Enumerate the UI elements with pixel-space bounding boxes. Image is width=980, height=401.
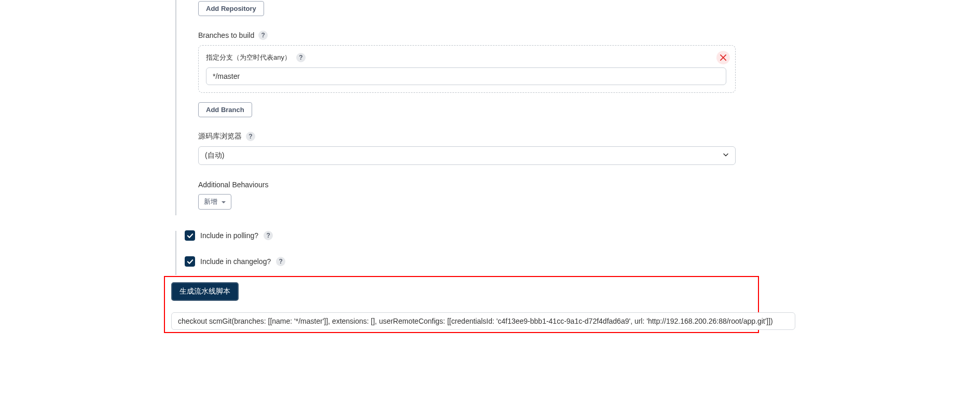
branch-specifier-input[interactable] [206,67,726,85]
help-icon[interactable]: ? [246,132,255,141]
check-icon [187,232,194,239]
help-icon[interactable]: ? [258,31,268,40]
additional-behaviours-text: Additional Behaviours [198,181,268,189]
include-changelog-row: Include in changelog? ? [185,256,980,267]
help-icon[interactable]: ? [276,257,285,266]
include-polling-label: Include in polling? [200,231,258,240]
pipeline-script-output[interactable] [171,312,795,330]
close-icon [720,54,726,61]
section-divider-line-2 [175,231,176,275]
help-icon[interactable]: ? [296,53,306,62]
include-changelog-checkbox[interactable] [185,256,195,267]
branches-to-build-text: Branches to build [198,31,254,39]
source-browser-text: 源码库浏览器 [198,132,242,141]
source-browser-label: 源码库浏览器 ? [198,132,980,141]
branches-to-build-label: Branches to build ? [198,31,980,40]
branch-specifier-text: 指定分支（为空时代表any） [206,53,291,62]
check-icon [187,258,194,265]
new-add-button[interactable]: 新增 [198,194,231,210]
help-icon[interactable]: ? [264,231,273,240]
include-polling-row: Include in polling? ? [185,230,980,241]
add-repository-button[interactable]: Add Repository [198,1,264,16]
generate-pipeline-script-button[interactable]: 生成流水线脚本 [171,282,239,301]
branch-specifier-label: 指定分支（为空时代表any） ? [206,53,728,62]
delete-branch-button[interactable] [716,51,730,64]
section-divider-line [175,0,176,215]
source-browser-select-wrap: (自动) [198,146,736,165]
highlighted-output-area: 生成流水线脚本 [164,276,759,333]
include-polling-checkbox[interactable] [185,230,195,241]
add-branch-button[interactable]: Add Branch [198,102,252,117]
source-browser-select[interactable]: (自动) [198,146,736,165]
additional-behaviours-label: Additional Behaviours [198,181,980,189]
caret-down-icon [222,201,226,203]
branch-entry-box: 指定分支（为空时代表any） ? [198,45,736,93]
include-changelog-label: Include in changelog? [200,257,271,266]
new-add-label: 新增 [204,198,217,205]
